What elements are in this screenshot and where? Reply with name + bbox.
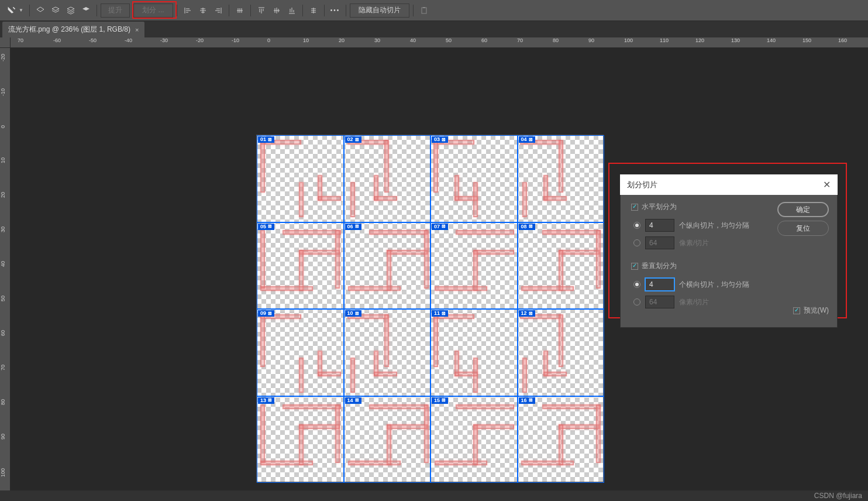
distribute-h-icon[interactable] <box>233 4 247 18</box>
horizontal-group: 水平划分为 个纵向切片，均匀分隔 像素/切片 <box>631 202 769 252</box>
v-px-radio[interactable] <box>633 298 640 306</box>
tab-title: 流光方框.png @ 236% (图层 1, RGB/8) <box>8 25 130 35</box>
separator <box>29 5 30 16</box>
options-bar: ▼ 提升 划分 ... ••• 隐藏自动切片 <box>0 0 868 21</box>
v-count-radio[interactable] <box>633 281 640 288</box>
separator <box>324 5 325 16</box>
align-bottom-icon[interactable] <box>285 4 299 18</box>
slice-13[interactable]: 13⊠ <box>257 396 344 483</box>
svg-rect-0 <box>422 8 426 13</box>
separator <box>302 5 303 16</box>
slice-grid: 01⊠02⊠03⊠04⊠05⊠06⊠07⊠08⊠09⊠10⊠11⊠12⊠13⊠1… <box>257 135 603 482</box>
hide-auto-slice-button[interactable]: 隐藏自动切片 <box>350 4 409 18</box>
separator <box>97 5 97 16</box>
align-center-h-icon[interactable] <box>196 4 210 18</box>
preview-checkbox[interactable] <box>793 307 800 314</box>
tab-close-button[interactable]: × <box>135 26 139 33</box>
h-count-radio[interactable] <box>633 222 640 229</box>
slice-01[interactable]: 01⊠ <box>257 135 344 222</box>
align-center-v-icon[interactable] <box>270 4 284 18</box>
v-px-input[interactable] <box>645 296 674 308</box>
slice-04[interactable]: 04⊠ <box>518 135 605 222</box>
slice-15[interactable]: 15⊠ <box>430 396 518 483</box>
vertical-label: 垂直划分为 <box>642 261 677 271</box>
vertical-checkbox[interactable] <box>631 263 638 270</box>
layer-stack-icon-2[interactable] <box>49 4 63 18</box>
dialog-body: 水平划分为 个纵向切片，均匀分隔 像素/切片 <box>620 195 838 328</box>
dialog-options: 水平划分为 个纵向切片，均匀分隔 像素/切片 <box>631 202 769 320</box>
horizontal-checkbox[interactable] <box>631 204 638 211</box>
ok-button[interactable]: 确定 <box>777 202 829 217</box>
layer-stack-icon-1[interactable] <box>33 4 47 18</box>
more-options-icon[interactable]: ••• <box>328 4 342 18</box>
dialog-titlebar: 划分切片 ✕ <box>620 174 838 195</box>
promote-button[interactable]: 提升 <box>101 4 130 18</box>
v-count-input[interactable] <box>645 278 674 291</box>
slice-11[interactable]: 11⊠ <box>430 309 518 396</box>
slice-09[interactable]: 09⊠ <box>257 309 344 396</box>
dialog-close-button[interactable]: ✕ <box>823 179 831 190</box>
clipboard-icon[interactable] <box>417 4 431 18</box>
separator <box>413 5 414 16</box>
slice-tool-icon[interactable]: ▼ <box>4 5 26 16</box>
layer-stack-icon-3[interactable] <box>64 4 78 18</box>
dialog-buttons: 确定 复位 预览(W) <box>777 202 829 320</box>
ruler-corner <box>0 37 11 48</box>
vertical-ruler[interactable]: -20-100102030405060708090100 <box>0 48 11 490</box>
slice-05[interactable]: 05⊠ <box>257 222 344 310</box>
slice-07[interactable]: 07⊠ <box>430 222 518 310</box>
svg-rect-1 <box>423 7 425 8</box>
status-bar <box>0 490 868 501</box>
align-left-icon[interactable] <box>181 4 195 18</box>
preview-label: 预览(W) <box>804 306 829 315</box>
v-count-suffix: 个横向切片，均匀分隔 <box>679 280 749 290</box>
slice-10[interactable]: 10⊠ <box>344 309 431 396</box>
h-px-suffix: 像素/切片 <box>679 238 709 248</box>
horizontal-ruler[interactable]: 70-60-50-40-30-20-1001020304050607080901… <box>11 37 868 48</box>
reset-button[interactable]: 复位 <box>777 221 829 236</box>
align-top-icon[interactable] <box>254 4 268 18</box>
h-px-radio[interactable] <box>633 239 640 246</box>
slice-03[interactable]: 03⊠ <box>430 135 518 222</box>
layer-stack-icon-4[interactable] <box>79 4 93 18</box>
document-canvas[interactable]: 01⊠02⊠03⊠04⊠05⊠06⊠07⊠08⊠09⊠10⊠11⊠12⊠13⊠1… <box>256 135 604 482</box>
h-px-input[interactable] <box>645 236 674 249</box>
align-right-icon[interactable] <box>211 4 225 18</box>
h-count-suffix: 个纵向切片，均匀分隔 <box>679 221 749 231</box>
slice-06[interactable]: 06⊠ <box>344 222 431 310</box>
distribute-v-icon[interactable] <box>306 4 321 18</box>
vertical-group: 垂直划分为 个横向切片，均匀分隔 像素/切片 <box>631 261 769 311</box>
h-count-input[interactable] <box>645 219 674 232</box>
slice-14[interactable]: 14⊠ <box>344 396 431 483</box>
watermark: CSDN @fujiara <box>814 492 862 500</box>
v-px-suffix: 像素/切片 <box>679 297 709 307</box>
document-tab-bar: 流光方框.png @ 236% (图层 1, RGB/8) × <box>0 21 868 37</box>
slice-02[interactable]: 02⊠ <box>344 135 431 222</box>
document-tab[interactable]: 流光方框.png @ 236% (图层 1, RGB/8) × <box>2 22 144 37</box>
highlight-annotation <box>132 1 177 19</box>
slice-16[interactable]: 16⊠ <box>518 396 605 483</box>
separator <box>229 5 229 16</box>
divide-slice-dialog: 划分切片 ✕ 水平划分为 个纵向切片，均匀分隔 <box>620 174 838 309</box>
dialog-title-text: 划分切片 <box>627 180 657 190</box>
separator <box>346 5 346 16</box>
separator <box>250 5 251 16</box>
horizontal-label: 水平划分为 <box>642 202 677 212</box>
slice-08[interactable]: 08⊠ <box>518 222 605 310</box>
dialog-highlight: 划分切片 ✕ 水平划分为 个纵向切片，均匀分隔 <box>608 163 847 318</box>
separator <box>177 5 177 16</box>
slice-12[interactable]: 12⊠ <box>518 309 605 396</box>
